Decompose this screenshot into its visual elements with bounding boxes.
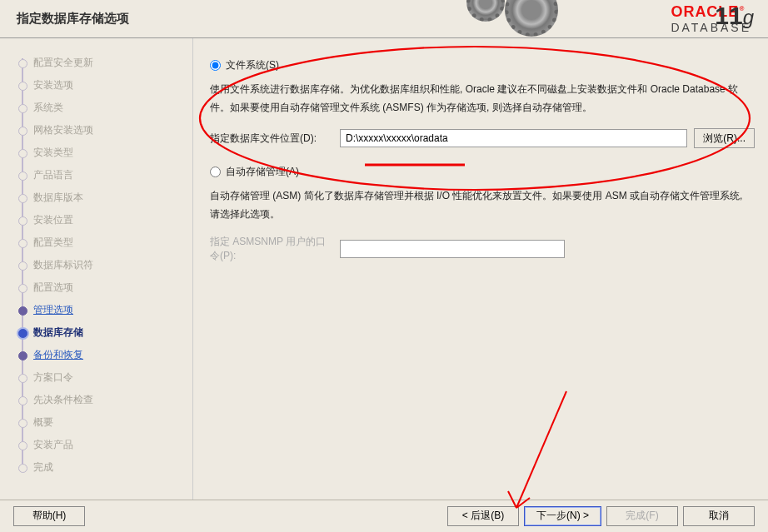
oracle-logo: ORACLE® 11g DATABASE — [671, 3, 751, 34]
wizard-header: 指定数据库存储选项 ORACLE® 11g DATABASE — [0, 0, 768, 38]
wizard-steps-sidebar: 配置安全更新 安装选项 系统类 网格安装选项 安装类型 产品语言 数据库版本 安… — [0, 38, 193, 500]
wizard-steps-list: 配置安全更新 安装选项 系统类 网格安装选项 安装类型 产品语言 数据库版本 安… — [18, 52, 186, 479]
browse-button[interactable]: 浏览(R)... — [694, 128, 755, 148]
step-prereq-checks: 先决条件检查 — [33, 389, 186, 411]
asm-description: 自动存储管理 (ASM) 简化了数据库存储管理并根据 I/O 性能优化来放置文件… — [210, 187, 755, 223]
wizard-footer: 帮助(H) < 后退(B) 下一步(N) > 完成(F) 取消 — [0, 500, 768, 531]
main-content: 文件系统(S) 使用文件系统进行数据库存储。为优化数据库组织和性能, Oracl… — [193, 38, 768, 500]
step-grid-install: 网格安装选项 — [33, 119, 186, 142]
page-title: 指定数据库存储选项 — [17, 11, 129, 27]
step-config-type: 配置类型 — [33, 231, 186, 254]
step-config-options: 配置选项 — [33, 276, 186, 299]
step-install-product: 安装产品 — [33, 434, 186, 456]
filesystem-radio-label: 文件系统(S) — [226, 58, 279, 72]
step-system-class: 系统类 — [33, 97, 186, 119]
step-product-language: 产品语言 — [33, 164, 186, 186]
step-schema-password: 方案口令 — [33, 366, 186, 389]
db-file-location-input[interactable] — [340, 129, 687, 147]
step-install-location: 安装位置 — [33, 209, 186, 231]
step-security-updates: 配置安全更新 — [33, 52, 186, 74]
step-summary: 概要 — [33, 411, 186, 434]
step-install-options: 安装选项 — [33, 74, 186, 97]
step-finish: 完成 — [33, 456, 186, 479]
cancel-button[interactable]: 取消 — [683, 506, 755, 526]
gear-decoration — [466, 0, 558, 37]
step-management-options[interactable]: 管理选项 — [33, 299, 186, 321]
step-backup-recovery[interactable]: 备份和恢复 — [33, 344, 186, 366]
asmsnmp-password-label: 指定 ASMSNMP 用户的口令(P): — [210, 235, 333, 263]
finish-button: 完成(F) — [606, 506, 678, 526]
db-file-location-label: 指定数据库文件位置(D): — [210, 132, 333, 146]
step-db-identifier: 数据库标识符 — [33, 254, 186, 276]
next-button[interactable]: 下一步(N) > — [524, 506, 601, 526]
help-button[interactable]: 帮助(H) — [13, 506, 85, 526]
asm-radio-label: 自动存储管理(A) — [226, 165, 299, 179]
step-install-type: 安装类型 — [33, 142, 186, 164]
asm-radio[interactable] — [210, 167, 221, 177]
asmsnmp-password-input — [340, 240, 565, 258]
filesystem-description: 使用文件系统进行数据库存储。为优化数据库组织和性能, Oracle 建议在不同磁… — [210, 81, 755, 117]
filesystem-radio[interactable] — [210, 60, 221, 71]
step-database-storage: 数据库存储 — [33, 321, 186, 344]
step-db-edition: 数据库版本 — [33, 186, 186, 209]
back-button[interactable]: < 后退(B) — [447, 506, 519, 526]
